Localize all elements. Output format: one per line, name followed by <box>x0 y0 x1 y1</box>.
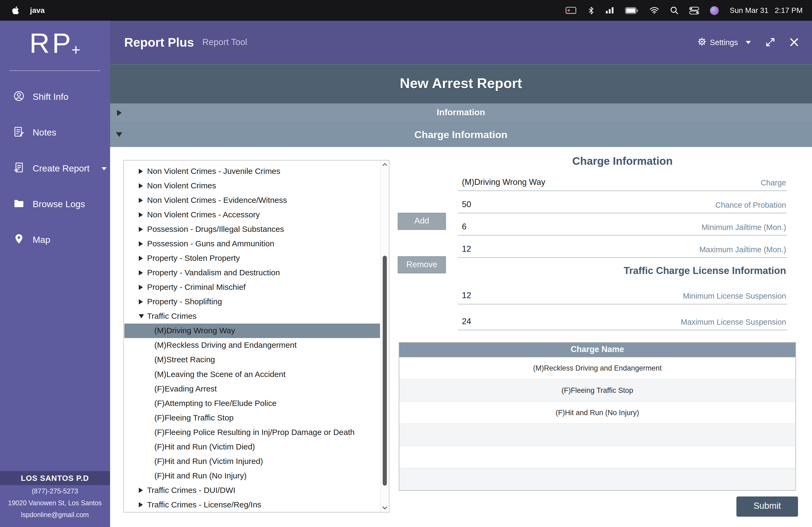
department-email: lspdonline@gmail.com <box>0 509 110 521</box>
tree-item[interactable]: (M)Street Racing <box>124 352 380 367</box>
table-row[interactable] <box>399 468 795 490</box>
collapse-arrow-icon[interactable] <box>139 314 144 318</box>
expand-arrow-icon[interactable] <box>139 212 143 217</box>
tree-item-expanded[interactable]: Traffic Crimes <box>124 309 380 323</box>
max-license-value[interactable]: 24 <box>462 317 471 326</box>
table-row[interactable] <box>399 446 795 468</box>
display-record-icon[interactable] <box>566 6 577 14</box>
tree-item-label: Non Violent Crimes - Accessory <box>147 210 260 220</box>
sidebar-footer: LOS SANTOS P.D (877)-275-5273 19020 Vano… <box>0 471 110 527</box>
tree-scrollbar[interactable] <box>380 161 389 512</box>
wifi-icon[interactable] <box>649 7 659 14</box>
sidebar-item-map[interactable]: Map <box>0 222 110 258</box>
tree-item[interactable]: (F)Fleeing Traffic Stop <box>124 410 380 425</box>
probation-value[interactable]: 50 <box>462 200 471 209</box>
tree-item[interactable]: (F)Fleeing Police Resulting in Inj/Prop … <box>124 425 380 439</box>
tree-item[interactable]: Possession - Drugs/Illegal Substances <box>124 222 380 236</box>
tree-item-label: (F)Fleeing Traffic Stop <box>155 413 234 422</box>
spotlight-search-icon[interactable] <box>670 6 679 15</box>
tree-item-label: Non Violent Crimes - Juvenile Crimes <box>147 167 280 176</box>
sidebar-item-label: Shift Info <box>32 91 68 103</box>
expand-arrow-icon[interactable] <box>139 227 143 232</box>
tree-item[interactable]: (F)Hit and Run (Victim Injured) <box>124 454 380 468</box>
tree-item[interactable]: (F)Hit and Run (Victim Died) <box>124 439 380 454</box>
tree-item[interactable]: Non Violent Crimes - Evidence/Witness <box>124 193 380 207</box>
tree-item-label: Possession - Drugs/Illegal Substances <box>147 225 284 234</box>
tree-item[interactable]: (F)Evading Arrest <box>124 381 380 396</box>
remove-button[interactable]: Remove <box>398 256 446 273</box>
tree-item[interactable]: (F)Hit and Run (No Injury) <box>124 468 380 483</box>
tree-item-label: Property - Shoplifting <box>147 297 222 306</box>
tree-item-label: Non Violent Crimes - Evidence/Witness <box>147 196 287 205</box>
tree-item[interactable]: (M)Leaving the Scene of an Accident <box>124 367 380 381</box>
section-information[interactable]: Information <box>110 104 812 122</box>
scroll-up-icon[interactable] <box>380 162 389 166</box>
min-jailtime-value[interactable]: 6 <box>462 222 466 231</box>
scrollbar-thumb[interactable] <box>383 256 387 486</box>
tree-item[interactable]: Non Violent Crimes - Accessory <box>124 207 380 222</box>
expand-arrow-icon[interactable] <box>139 487 143 493</box>
expand-arrow-icon[interactable] <box>139 183 143 189</box>
apple-menu-icon[interactable] <box>11 6 19 15</box>
battery-icon[interactable] <box>625 7 639 14</box>
stats-icon[interactable] <box>606 7 614 14</box>
min-jailtime-label: Minimum Jailtime (Mon.) <box>702 223 786 231</box>
tree-item[interactable]: Property - Criminal Mischief <box>124 280 380 295</box>
scroll-down-icon[interactable] <box>380 506 389 510</box>
expand-arrow-icon[interactable] <box>139 168 143 174</box>
add-button[interactable]: Add <box>398 212 446 230</box>
expander-expanded-icon[interactable] <box>116 132 122 137</box>
close-icon[interactable] <box>790 38 799 47</box>
expand-arrow-icon[interactable] <box>139 299 143 304</box>
tree-item[interactable]: Possession - Guns and Ammunition <box>124 236 380 251</box>
tree-item[interactable]: (M)Reckless Driving and Endangerment <box>124 338 380 352</box>
sidebar-item-notes[interactable]: Notes <box>0 115 110 151</box>
sidebar-item-create-report[interactable]: Create Report <box>0 151 110 186</box>
table-row[interactable] <box>399 424 795 446</box>
sidebar-item-label: Map <box>32 235 50 245</box>
control-center-icon[interactable] <box>689 6 699 14</box>
tree-item[interactable]: Property - Stolen Property <box>124 251 380 266</box>
expand-arrow-icon[interactable] <box>139 256 143 261</box>
settings-menu[interactable]: Settings <box>697 37 751 48</box>
tree-item[interactable]: Property - Vandalism and Destruction <box>124 266 380 280</box>
expand-arrow-icon[interactable] <box>139 270 143 275</box>
map-pin-icon <box>13 232 25 247</box>
submit-button[interactable]: Submit <box>736 496 798 516</box>
max-jailtime-value[interactable]: 12 <box>462 244 471 254</box>
table-row[interactable]: (M)Reckless Driving and Endangerment <box>399 357 795 379</box>
tree-item[interactable]: Traffic Crimes - License/Reg/Ins <box>124 497 380 511</box>
table-row[interactable]: (F)Hit and Run (No Injury) <box>399 402 795 424</box>
min-license-value[interactable]: 12 <box>462 291 471 300</box>
chevron-down-icon <box>102 167 106 170</box>
tree-item[interactable]: (F)Attempting to Flee/Elude Police <box>124 396 380 410</box>
expand-arrow-icon[interactable] <box>139 285 143 290</box>
menubar-clock[interactable]: Sun Mar 31 2:17 PM <box>729 6 802 15</box>
table-row[interactable]: (F)Fleeing Traffic Stop <box>399 379 795 402</box>
bluetooth-icon[interactable] <box>588 6 595 15</box>
tree-item[interactable]: Non Violent Crimes <box>124 178 380 193</box>
siri-icon[interactable] <box>710 6 719 15</box>
max-license-label: Maximum License Suspension <box>681 317 786 326</box>
tree-item-label: (F)Hit and Run (Victim Injured) <box>155 456 263 466</box>
tree-item-selected[interactable]: (M)Driving Wrong Way <box>124 323 380 338</box>
tree-item[interactable]: Property - Shoplifting <box>124 295 380 309</box>
added-charges-table: Charge Name (M)Reckless Driving and Enda… <box>399 342 796 491</box>
person-icon <box>13 90 25 104</box>
expand-arrow-icon[interactable] <box>139 502 143 507</box>
sidebar-item-browse-logs[interactable]: Browse Logs <box>0 186 110 222</box>
section-charge-information[interactable]: Charge Information <box>110 122 812 147</box>
app-subtitle: Report Tool <box>202 37 247 48</box>
expand-arrow-icon[interactable] <box>139 198 143 203</box>
expander-collapsed-icon[interactable] <box>117 110 122 116</box>
tree-item[interactable]: Non Violent Crimes - Juvenile Crimes <box>124 164 380 178</box>
expand-arrow-icon[interactable] <box>139 241 143 246</box>
max-jailtime-label: Maximum Jailtime (Mon.) <box>699 245 786 254</box>
tree-item[interactable]: Traffic Crimes - DUI/DWI <box>124 483 380 497</box>
active-app-name[interactable]: java <box>30 6 45 15</box>
charge-tree: Non Violent Crimes - Juvenile Crimes Non… <box>123 160 389 512</box>
maximize-button[interactable] <box>765 37 775 47</box>
screen: java Sun Ma <box>0 0 812 527</box>
charge-value[interactable]: (M)Driving Wrong Way <box>462 177 545 187</box>
sidebar-item-shift-info[interactable]: Shift Info <box>0 79 110 115</box>
